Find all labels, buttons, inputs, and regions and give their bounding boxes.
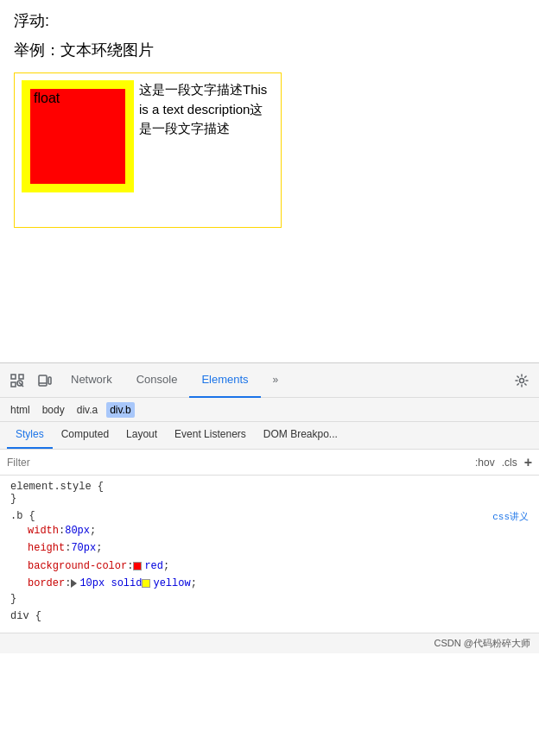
inspect-icon-button[interactable] [3, 365, 31, 396]
css-selector-element-style: element.style { [10, 481, 529, 493]
tab-more[interactable]: » [261, 363, 291, 398]
svg-rect-0 [11, 375, 16, 379]
breadcrumb-body[interactable]: body [39, 402, 68, 418]
tab-event-listeners[interactable]: Event Listeners [166, 421, 255, 449]
filter-input[interactable] [7, 457, 468, 469]
css-rule-div: div { [0, 610, 539, 622]
breadcrumb-div-a[interactable]: div.a [73, 402, 101, 418]
settings-icon[interactable] [508, 365, 536, 396]
css-rule-b: .b { css讲义 width : 80px ; height : 70px … [0, 510, 539, 605]
css-close-brace-b: } [10, 593, 16, 605]
css-source-link[interactable]: css讲义 [492, 510, 529, 523]
css-prop-width: width : 80px ; [10, 522, 492, 539]
float-image: float [22, 80, 134, 192]
filter-row: :hov .cls + [0, 450, 539, 476]
breadcrumb-row: html body div.a div.b [0, 398, 539, 422]
border-triangle-icon[interactable] [71, 579, 77, 588]
svg-point-8 [520, 378, 524, 382]
tab-layout[interactable]: Layout [117, 421, 166, 449]
svg-rect-1 [11, 382, 16, 387]
tab-elements[interactable]: Elements [189, 363, 260, 398]
css-rule-element-style: element.style { } [0, 481, 539, 505]
floating-label: 浮动: [14, 10, 525, 31]
main-content: 浮动: 举例：文本环绕图片 float 这是一段文字描述This is a te… [0, 0, 539, 362]
example-label: 举例：文本环绕图片 [14, 40, 525, 60]
svg-rect-2 [19, 375, 23, 379]
tab-console[interactable]: Console [124, 363, 190, 398]
svg-rect-6 [48, 377, 51, 384]
css-prop-border: border : 10px solid yellow ; [10, 575, 529, 592]
breadcrumb-html[interactable]: html [7, 402, 34, 418]
add-style-button[interactable]: + [524, 455, 532, 470]
css-selector-div: div { [10, 610, 529, 622]
css-panel: element.style { } .b { css讲义 width : 80p… [0, 476, 539, 633]
css-prop-background-color: background-color : red ; [10, 558, 529, 575]
devtools-toolbar: Network Console Elements » [0, 363, 539, 398]
cls-button[interactable]: .cls [502, 457, 517, 469]
tab-network[interactable]: Network [59, 363, 124, 398]
footer-bar: CSDN @代码粉碎大师 [0, 633, 539, 653]
svg-rect-5 [39, 375, 47, 386]
device-icon-button[interactable] [31, 365, 59, 396]
float-label: float [34, 91, 60, 106]
css-selector-b-text: .b { [10, 510, 35, 522]
devtools-panel: Network Console Elements » html body div… [0, 362, 539, 653]
tab-styles[interactable]: Styles [7, 421, 53, 449]
styles-tabs-row: Styles Computed Layout Event Listeners D… [0, 422, 539, 450]
color-swatch-yellow[interactable] [142, 579, 150, 588]
tab-computed[interactable]: Computed [53, 421, 117, 449]
hov-button[interactable]: :hov [475, 457, 495, 469]
css-prop-height: height : 70px ; [10, 539, 529, 557]
footer-brand: CSDN @代码粉碎大师 [434, 637, 530, 650]
css-close-brace-element: } [10, 493, 16, 505]
breadcrumb-div-b[interactable]: div.b [106, 402, 134, 418]
demo-box: float 这是一段文字描述This is a text description… [14, 72, 282, 228]
color-swatch-red[interactable] [133, 562, 142, 570]
css-selector-b: .b { css讲义 [10, 510, 529, 522]
tab-dom-breakpoints[interactable]: DOM Breakpo... [255, 421, 346, 449]
float-text: 这是一段文字描述This is a text description这是一段文字… [139, 80, 274, 139]
